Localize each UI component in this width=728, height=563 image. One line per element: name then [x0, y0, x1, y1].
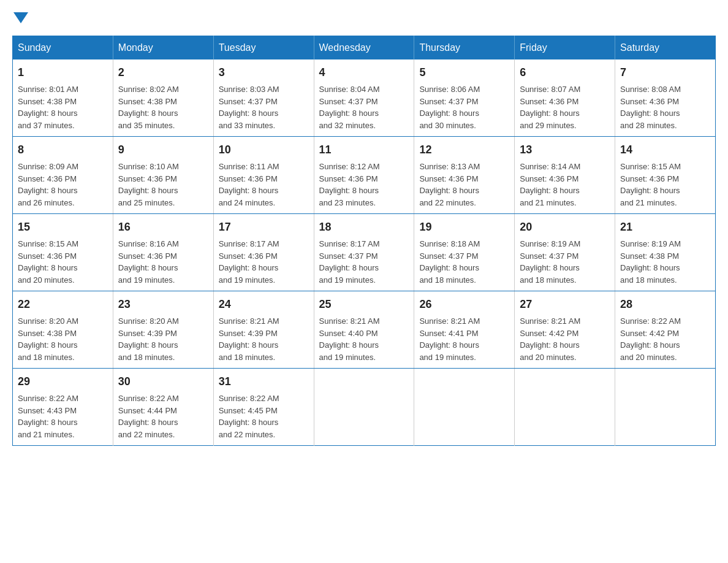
day-cell-21: 21Sunrise: 8:19 AMSunset: 4:38 PMDayligh…	[615, 214, 716, 291]
day-info: Sunrise: 8:22 AMSunset: 4:44 PMDaylight:…	[118, 393, 208, 440]
weekday-header-monday: Monday	[113, 36, 213, 60]
day-info: Sunrise: 8:22 AMSunset: 4:43 PMDaylight:…	[18, 393, 108, 440]
day-number: 17	[219, 219, 309, 236]
week-row-4: 22Sunrise: 8:20 AMSunset: 4:38 PMDayligh…	[13, 291, 716, 369]
day-info: Sunrise: 8:21 AMSunset: 4:42 PMDaylight:…	[520, 315, 610, 363]
calendar-table: SundayMondayTuesdayWednesdayThursdayFrid…	[12, 36, 716, 446]
day-cell-28: 28Sunrise: 8:22 AMSunset: 4:42 PMDayligh…	[615, 291, 716, 369]
day-number: 9	[118, 142, 208, 158]
day-number: 14	[620, 142, 710, 158]
day-number: 28	[620, 296, 710, 313]
week-row-2: 8Sunrise: 8:09 AMSunset: 4:36 PMDaylight…	[13, 137, 716, 214]
day-number: 4	[319, 64, 409, 81]
day-cell-20: 20Sunrise: 8:19 AMSunset: 4:37 PMDayligh…	[515, 214, 615, 291]
day-number: 12	[419, 142, 509, 158]
day-cell-15: 15Sunrise: 8:15 AMSunset: 4:36 PMDayligh…	[13, 214, 113, 291]
day-cell-24: 24Sunrise: 8:21 AMSunset: 4:39 PMDayligh…	[213, 291, 314, 369]
day-number: 30	[118, 373, 208, 390]
day-cell-6: 6Sunrise: 8:07 AMSunset: 4:36 PMDaylight…	[515, 59, 615, 137]
day-cell-14: 14Sunrise: 8:15 AMSunset: 4:36 PMDayligh…	[615, 137, 716, 214]
day-cell-2: 2Sunrise: 8:02 AMSunset: 4:38 PMDaylight…	[113, 59, 213, 137]
day-info: Sunrise: 8:11 AMSunset: 4:36 PMDaylight:…	[219, 161, 309, 209]
day-number: 13	[520, 142, 610, 158]
day-info: Sunrise: 8:16 AMSunset: 4:36 PMDaylight:…	[118, 238, 208, 286]
day-info: Sunrise: 8:15 AMSunset: 4:36 PMDaylight:…	[18, 238, 108, 286]
weekday-header-saturday: Saturday	[615, 36, 716, 60]
day-number: 2	[118, 64, 208, 81]
day-number: 3	[219, 64, 309, 81]
day-info: Sunrise: 8:06 AMSunset: 4:37 PMDaylight:…	[419, 83, 509, 131]
day-number: 8	[18, 142, 108, 158]
day-number: 18	[319, 219, 409, 236]
week-row-5: 29Sunrise: 8:22 AMSunset: 4:43 PMDayligh…	[13, 369, 716, 446]
day-number: 24	[219, 296, 309, 313]
day-info: Sunrise: 8:07 AMSunset: 4:36 PMDaylight:…	[520, 83, 610, 131]
day-info: Sunrise: 8:19 AMSunset: 4:38 PMDaylight:…	[620, 238, 710, 286]
day-cell-29: 29Sunrise: 8:22 AMSunset: 4:43 PMDayligh…	[13, 369, 113, 446]
day-number: 15	[18, 219, 108, 236]
day-number: 21	[620, 219, 710, 236]
day-info: Sunrise: 8:21 AMSunset: 4:40 PMDaylight:…	[319, 315, 409, 363]
day-info: Sunrise: 8:19 AMSunset: 4:37 PMDaylight:…	[520, 238, 610, 286]
page-header	[12, 12, 716, 23]
day-info: Sunrise: 8:21 AMSunset: 4:39 PMDaylight:…	[219, 315, 309, 363]
day-number: 20	[520, 219, 610, 236]
day-info: Sunrise: 8:04 AMSunset: 4:37 PMDaylight:…	[319, 83, 409, 131]
day-info: Sunrise: 8:20 AMSunset: 4:38 PMDaylight:…	[18, 315, 108, 363]
day-cell-31: 31Sunrise: 8:22 AMSunset: 4:45 PMDayligh…	[213, 369, 314, 446]
day-cell-5: 5Sunrise: 8:06 AMSunset: 4:37 PMDaylight…	[414, 59, 515, 137]
day-info: Sunrise: 8:03 AMSunset: 4:37 PMDaylight:…	[219, 83, 309, 131]
day-cell-9: 9Sunrise: 8:10 AMSunset: 4:36 PMDaylight…	[113, 137, 213, 214]
day-info: Sunrise: 8:17 AMSunset: 4:36 PMDaylight:…	[219, 238, 309, 286]
day-number: 26	[419, 296, 509, 313]
day-number: 25	[319, 296, 409, 313]
day-number: 5	[419, 64, 509, 81]
day-number: 22	[18, 296, 108, 313]
day-cell-26: 26Sunrise: 8:21 AMSunset: 4:41 PMDayligh…	[414, 291, 515, 369]
day-cell-13: 13Sunrise: 8:14 AMSunset: 4:36 PMDayligh…	[515, 137, 615, 214]
day-number: 7	[620, 64, 710, 81]
day-number: 11	[319, 142, 409, 158]
day-number: 23	[118, 296, 208, 313]
day-cell-3: 3Sunrise: 8:03 AMSunset: 4:37 PMDaylight…	[213, 59, 314, 137]
day-cell-8: 8Sunrise: 8:09 AMSunset: 4:36 PMDaylight…	[13, 137, 113, 214]
day-info: Sunrise: 8:22 AMSunset: 4:45 PMDaylight:…	[219, 393, 309, 440]
empty-cell	[314, 369, 414, 446]
day-info: Sunrise: 8:12 AMSunset: 4:36 PMDaylight:…	[319, 161, 409, 209]
day-cell-16: 16Sunrise: 8:16 AMSunset: 4:36 PMDayligh…	[113, 214, 213, 291]
day-info: Sunrise: 8:08 AMSunset: 4:36 PMDaylight:…	[620, 83, 710, 131]
weekday-header-thursday: Thursday	[414, 36, 515, 60]
day-info: Sunrise: 8:02 AMSunset: 4:38 PMDaylight:…	[118, 83, 208, 131]
day-info: Sunrise: 8:13 AMSunset: 4:36 PMDaylight:…	[419, 161, 509, 209]
day-cell-7: 7Sunrise: 8:08 AMSunset: 4:36 PMDaylight…	[615, 59, 716, 137]
weekday-header-sunday: Sunday	[13, 36, 113, 60]
day-info: Sunrise: 8:21 AMSunset: 4:41 PMDaylight:…	[419, 315, 509, 363]
week-row-3: 15Sunrise: 8:15 AMSunset: 4:36 PMDayligh…	[13, 214, 716, 291]
day-info: Sunrise: 8:09 AMSunset: 4:36 PMDaylight:…	[18, 161, 108, 209]
logo	[12, 12, 29, 23]
weekday-header-friday: Friday	[515, 36, 615, 60]
day-cell-25: 25Sunrise: 8:21 AMSunset: 4:40 PMDayligh…	[314, 291, 414, 369]
day-cell-1: 1Sunrise: 8:01 AMSunset: 4:38 PMDaylight…	[13, 59, 113, 137]
day-number: 6	[520, 64, 610, 81]
day-cell-12: 12Sunrise: 8:13 AMSunset: 4:36 PMDayligh…	[414, 137, 515, 214]
day-info: Sunrise: 8:22 AMSunset: 4:42 PMDaylight:…	[620, 315, 710, 363]
day-cell-22: 22Sunrise: 8:20 AMSunset: 4:38 PMDayligh…	[13, 291, 113, 369]
day-info: Sunrise: 8:01 AMSunset: 4:38 PMDaylight:…	[18, 83, 108, 131]
weekday-header-tuesday: Tuesday	[213, 36, 314, 60]
day-cell-4: 4Sunrise: 8:04 AMSunset: 4:37 PMDaylight…	[314, 59, 414, 137]
day-info: Sunrise: 8:20 AMSunset: 4:39 PMDaylight:…	[118, 315, 208, 363]
day-number: 19	[419, 219, 509, 236]
day-number: 16	[118, 219, 208, 236]
day-number: 1	[18, 64, 108, 81]
weekday-header-row: SundayMondayTuesdayWednesdayThursdayFrid…	[13, 36, 716, 60]
day-cell-19: 19Sunrise: 8:18 AMSunset: 4:37 PMDayligh…	[414, 214, 515, 291]
day-cell-30: 30Sunrise: 8:22 AMSunset: 4:44 PMDayligh…	[113, 369, 213, 446]
day-info: Sunrise: 8:15 AMSunset: 4:36 PMDaylight:…	[620, 161, 710, 209]
weekday-header-wednesday: Wednesday	[314, 36, 414, 60]
day-cell-10: 10Sunrise: 8:11 AMSunset: 4:36 PMDayligh…	[213, 137, 314, 214]
day-info: Sunrise: 8:18 AMSunset: 4:37 PMDaylight:…	[419, 238, 509, 286]
week-row-1: 1Sunrise: 8:01 AMSunset: 4:38 PMDaylight…	[13, 59, 716, 137]
logo-arrow-icon	[13, 12, 28, 23]
day-cell-17: 17Sunrise: 8:17 AMSunset: 4:36 PMDayligh…	[213, 214, 314, 291]
